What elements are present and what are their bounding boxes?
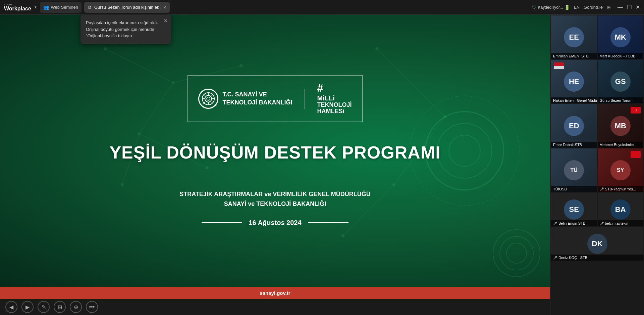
participant-tile[interactable]: HE Hakan Erten - Genel Müdü... bbox=[551, 60, 597, 103]
search-button[interactable]: ⊕ bbox=[70, 301, 82, 313]
website-label: sanayi.gov.tr bbox=[260, 290, 290, 296]
participant-grid-single: SE 🎤 Selin Engin STB BA 🎤 belcim.aytekin bbox=[551, 193, 643, 226]
participant-name: Emre Dabak-STB bbox=[551, 142, 597, 148]
milli-teknoloji-logo: # MiLLi TEKNOLOJİ HAMLESi bbox=[317, 82, 352, 115]
logo-box: T.C. SANAYİ VE TEKNOLOJİ BAKANLIĞI # MiL… bbox=[187, 75, 362, 122]
play-button[interactable]: ▶ bbox=[21, 301, 34, 313]
ministry-logo: T.C. SANAYİ VE TEKNOLOJİ BAKANLIĞI bbox=[198, 89, 292, 109]
participant-tile[interactable]: MK Mert Kuleoğlu - TOBB bbox=[598, 15, 644, 59]
tab-sharing-label: Gürsu Sezen Torun adlı kişinin ek bbox=[94, 5, 159, 10]
date-line-left bbox=[202, 222, 242, 223]
sharing-icon: 🖥 bbox=[88, 5, 92, 10]
video-placeholder: TÜ bbox=[551, 148, 597, 192]
video-placeholder: EE bbox=[551, 15, 597, 59]
video-placeholder: GS bbox=[598, 60, 644, 103]
zoom-logo: zoom Workplace bbox=[4, 3, 31, 11]
top-bar: zoom Workplace ▼ 👥 Web Semineri 🖥 Gürsu … bbox=[0, 0, 644, 15]
sharing-close-icon[interactable]: ✕ bbox=[163, 5, 166, 10]
participant-tile[interactable]: ☽ MB Mehmet Buyuksimitci bbox=[598, 104, 644, 148]
main-area: T.C. SANAYİ VE TEKNOLOJİ BAKANLIĞI # MiL… bbox=[0, 15, 644, 315]
avatar: EE bbox=[564, 27, 584, 47]
window-controls: — ❐ ✕ bbox=[618, 4, 640, 10]
name-text: TÜİOSB bbox=[553, 187, 567, 191]
participant-name: Mert Kuleoğlu - TOBB bbox=[598, 53, 644, 59]
recording-label: Kaydediliyor... bbox=[538, 5, 563, 10]
dropdown-arrow[interactable]: ▼ bbox=[34, 5, 37, 9]
prev-button[interactable]: ◀ bbox=[5, 301, 17, 313]
view-label[interactable]: Görüntüle bbox=[584, 5, 603, 10]
participant-name: Gürsu Sezen Torun bbox=[598, 97, 644, 103]
workplace-text: Workplace bbox=[4, 6, 31, 11]
ministry-gear-icon bbox=[198, 89, 218, 109]
participant-tile[interactable]: ED Emre Dabak-STB bbox=[551, 104, 597, 148]
participant-tile-full[interactable]: DK 🎤 Deniz KOÇ - STB bbox=[551, 227, 643, 261]
participant-tile[interactable]: SE 🎤 Selin Engin STB bbox=[551, 193, 597, 226]
participant-name: Mehmet Buyuksimitci bbox=[598, 142, 644, 148]
avatar: SY bbox=[610, 160, 631, 180]
participant-tile[interactable]: TÜ TÜİOSB bbox=[551, 148, 597, 192]
participants-sidebar: EE Emrullah EMEN_STB MK Mert Kuleoğlu - … bbox=[550, 15, 644, 315]
more-button[interactable]: ••• bbox=[86, 301, 98, 313]
participant-tile[interactable]: SY 🎤 STB-Yağmur Yeş... bbox=[598, 148, 644, 192]
tooltip-close-button[interactable]: ✕ bbox=[164, 17, 168, 25]
name-text: Emre Dabak-STB bbox=[553, 143, 582, 147]
mic-muted-icon: 🎤 bbox=[553, 222, 557, 225]
slide-content: T.C. SANAYİ VE TEKNOLOJİ BAKANLIĞI # MiL… bbox=[0, 15, 550, 287]
svg-point-27 bbox=[207, 97, 210, 100]
mic-muted-icon: 🎤 bbox=[553, 256, 557, 260]
participant-name: 🎤 STB-Yağmur Yeş... bbox=[598, 186, 644, 192]
name-text: Hakan Erten - Genel Müdü... bbox=[553, 98, 597, 102]
close-button[interactable]: ✕ bbox=[636, 4, 640, 10]
subtitle: STRATEJİK ARAŞTIRMALAR ve VERİMLİLİK GEN… bbox=[179, 189, 371, 209]
participant-tile[interactable]: EE Emrullah EMEN_STB bbox=[551, 15, 597, 59]
mic-muted-icon: 🎤 bbox=[600, 187, 604, 191]
tab-webinar[interactable]: 👥 Web Semineri bbox=[40, 2, 82, 13]
maximize-button[interactable]: ❐ bbox=[627, 4, 632, 10]
recording-status: 🛡 Kaydediliyor... 🔋 bbox=[532, 5, 570, 10]
avatar: TÜ bbox=[564, 160, 584, 180]
presentation-area: T.C. SANAYİ VE TEKNOLOJİ BAKANLIĞI # MiL… bbox=[0, 15, 550, 315]
participant-name: Hakan Erten - Genel Müdü... bbox=[551, 97, 597, 103]
main-title: YEŞİL DÖNÜŞÜM DESTEK PROGRAMI bbox=[109, 142, 440, 163]
avatar: DK bbox=[587, 234, 607, 254]
flag-icon bbox=[554, 62, 564, 69]
logo-divider bbox=[305, 89, 305, 109]
language-button[interactable]: EN bbox=[574, 5, 580, 10]
grid-button[interactable]: ⊞ bbox=[54, 301, 66, 313]
top-bar-right: 🛡 Kaydediliyor... 🔋 EN Görüntüle ⊞ — ❐ ✕ bbox=[532, 4, 640, 10]
bottom-controls: ◀ ▶ ✎ ⊞ ⊕ ••• bbox=[0, 299, 550, 315]
avatar: BA bbox=[610, 199, 631, 220]
avatar: HE bbox=[564, 72, 584, 92]
name-text: belcim.aytekin bbox=[605, 221, 629, 225]
date-line: 16 Ağustos 2024 bbox=[202, 219, 348, 227]
svg-point-26 bbox=[205, 95, 212, 102]
tab-webinar-label: Web Semineri bbox=[51, 5, 78, 10]
shield-icon: 🛡 bbox=[532, 5, 537, 10]
name-text: Mert Kuleoğlu - TOBB bbox=[600, 54, 636, 58]
participant-tile[interactable]: GS Gürsu Sezen Torun bbox=[598, 60, 644, 103]
avatar: MK bbox=[610, 27, 631, 47]
participant-name: 🎤 Selin Engin STB bbox=[551, 220, 597, 226]
name-text: Emrullah EMEN_STB bbox=[553, 54, 589, 58]
avatar: ED bbox=[564, 116, 584, 136]
participant-name: TÜİOSB bbox=[551, 186, 597, 192]
tab-sharing[interactable]: 🖥 Gürsu Sezen Torun adlı kişinin ek ✕ bbox=[84, 2, 170, 13]
tooltip-box: ✕ Paylaşılan içerik ekranınıza sığdırıld… bbox=[80, 15, 171, 44]
minimize-button[interactable]: — bbox=[618, 4, 623, 10]
slide-container: T.C. SANAYİ VE TEKNOLOJİ BAKANLIĞI # MiL… bbox=[0, 15, 550, 287]
battery-icon: 🔋 bbox=[564, 5, 570, 10]
webinar-icon: 👥 bbox=[43, 5, 49, 10]
video-placeholder: ☽ MB bbox=[598, 104, 644, 148]
avatar: GS bbox=[610, 72, 631, 92]
participant-grid: EE Emrullah EMEN_STB MK Mert Kuleoğlu - … bbox=[551, 15, 643, 192]
video-placeholder: ED bbox=[551, 104, 597, 148]
participant-tile[interactable]: BA 🎤 belcim.aytekin bbox=[598, 193, 644, 226]
mic-muted-icon: 🎤 bbox=[600, 222, 604, 225]
red-footer: sanayi.gov.tr bbox=[0, 287, 550, 299]
layout-icon[interactable]: ⊞ bbox=[607, 5, 611, 10]
name-text: Mehmet Buyuksimitci bbox=[600, 143, 635, 147]
participant-name: 🎤 belcim.aytekin bbox=[598, 220, 644, 226]
date-line-right bbox=[308, 222, 348, 223]
name-text: Deniz KOÇ - STB bbox=[558, 256, 587, 260]
edit-button[interactable]: ✎ bbox=[38, 301, 50, 313]
